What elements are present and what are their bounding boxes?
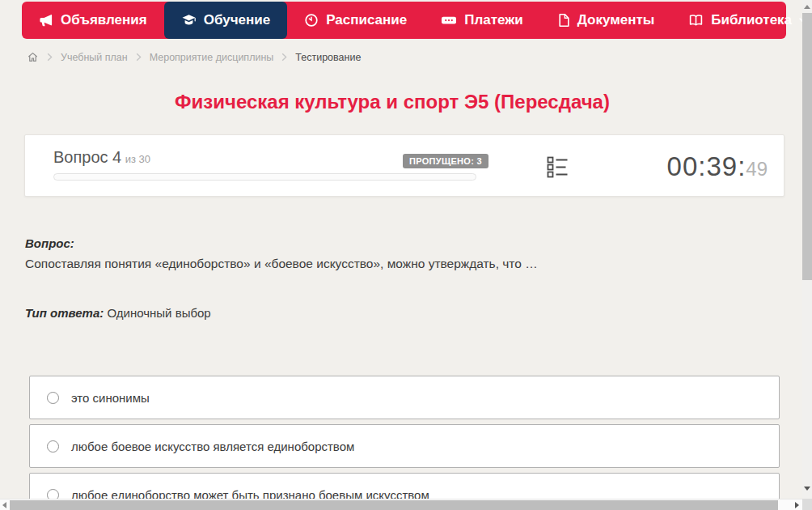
answer-option-label: любое боевое искусство является единобор…: [71, 440, 354, 453]
answer-type-value: Одиночный выбор: [107, 306, 210, 320]
nav-item-library[interactable]: Библиотека: [671, 2, 812, 39]
answer-type: Тип ответа: Одиночный выбор: [25, 306, 211, 320]
question-total: из 30: [125, 153, 150, 165]
home-icon[interactable]: [27, 51, 39, 63]
answer-option-label: это синонимы: [71, 391, 150, 405]
breadcrumb-separator-icon: [281, 53, 287, 62]
question-counter: Вопрос 4 из 30: [53, 148, 150, 167]
top-navigation: Объявления Обучение Расписание Платежи: [22, 2, 786, 39]
scroll-down-icon[interactable]: [804, 487, 810, 491]
megaphone-icon: [39, 13, 53, 28]
breadcrumb-item-testing: Тестирование: [295, 52, 361, 63]
nav-item-label: Платежи: [464, 12, 523, 28]
page-title: Физическая культура и спорт Э5 (Пересдач…: [0, 91, 785, 113]
answer-option-2[interactable]: любое боевое искусство является единобор…: [29, 424, 780, 468]
nav-item-payments[interactable]: Платежи: [424, 2, 540, 39]
nav-item-documents[interactable]: Документы: [540, 2, 672, 39]
clock-icon: [304, 13, 319, 28]
scroll-right-icon[interactable]: [795, 502, 799, 508]
scroll-up-icon[interactable]: [804, 5, 810, 9]
radio-button[interactable]: [47, 440, 59, 453]
scrollbar-corner: [802, 499, 812, 510]
breadcrumb-separator-icon: [47, 53, 53, 62]
document-icon: [557, 13, 570, 28]
nav-item-label: Расписание: [326, 12, 407, 28]
question-progress-bar: [53, 173, 476, 181]
horizontal-scrollbar[interactable]: [0, 499, 812, 510]
vertical-scrollbar-thumb[interactable]: [802, 13, 812, 280]
answer-option-1[interactable]: это синонимы: [29, 376, 780, 419]
answer-type-label: Тип ответа:: [25, 306, 104, 320]
scroll-left-icon[interactable]: [2, 502, 6, 508]
breadcrumb-item-discipline-event[interactable]: Мероприятие дисциплины: [150, 52, 274, 63]
nav-item-label: Документы: [577, 12, 655, 28]
timer: 00:39:49: [667, 151, 768, 182]
vertical-scrollbar[interactable]: [802, 0, 812, 499]
nav-item-announcements[interactable]: Объявления: [22, 2, 164, 39]
timer-seconds: 49: [746, 158, 768, 180]
breadcrumb-separator-icon: [136, 53, 142, 62]
nav-item-schedule[interactable]: Расписание: [287, 2, 424, 39]
radio-button[interactable]: [47, 392, 59, 404]
nav-item-label: Библиотека: [711, 12, 792, 28]
banknote-icon: [441, 13, 457, 28]
question-header-card: Вопрос 4 из 30 ПРОПУЩЕНО: 3 00:39:49: [24, 134, 785, 197]
skipped-badge: ПРОПУЩЕНО: 3: [403, 154, 488, 168]
timer-minutes: 00:39:: [667, 151, 746, 181]
question-label: Вопрос:: [25, 236, 74, 250]
nav-item-label: Обучение: [204, 12, 270, 28]
breadcrumb: Учебный план Мероприятие дисциплины Тест…: [27, 51, 361, 63]
horizontal-scrollbar-thumb[interactable]: [10, 500, 778, 510]
question-number: Вопрос 4: [53, 148, 121, 166]
nav-item-label: Объявления: [61, 12, 147, 28]
answer-options: это синонимы любое боевое искусство явля…: [29, 376, 780, 510]
quiz-page: Объявления Обучение Расписание Платежи: [0, 0, 812, 510]
question-text: Сопоставляя понятия «единоборство» и «бо…: [25, 257, 761, 271]
graduation-cap-icon: [181, 13, 197, 28]
breadcrumb-item-curriculum[interactable]: Учебный план: [61, 52, 128, 63]
question-list-icon[interactable]: [546, 155, 570, 179]
book-icon: [688, 13, 704, 28]
nav-item-learning[interactable]: Обучение: [164, 2, 287, 39]
